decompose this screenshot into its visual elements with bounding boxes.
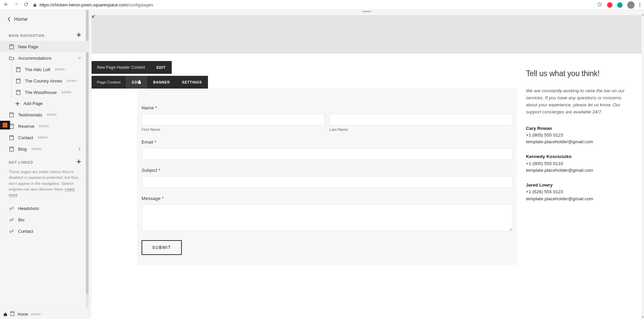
trial-widget[interactable] — [0, 121, 10, 129]
nav-item-headshots[interactable]: Headshots — [0, 203, 89, 214]
message-label: Message * — [142, 196, 513, 201]
page-icon — [9, 135, 14, 140]
subject-input[interactable] — [142, 176, 513, 188]
contact-block-1: Cary Rowan +1 (805) 555 0123 template.pl… — [526, 125, 628, 146]
nav-item-testimonials[interactable]: Testimonials DEMO — [0, 109, 89, 120]
bookmark-icon[interactable] — [597, 2, 602, 8]
link-icon — [9, 206, 14, 211]
section-not-linked: NOT LINKED — [0, 155, 89, 168]
contact-block-2: Kennedy Kosciuszko +1 (805) 555 0110 tem… — [526, 153, 628, 174]
plus-icon — [15, 102, 19, 106]
email-input[interactable] — [142, 148, 513, 160]
message-textarea[interactable] — [142, 204, 513, 231]
nav-item-country-annex[interactable]: The Country Annex DEMO — [0, 75, 89, 87]
svg-rect-4 — [9, 112, 13, 117]
contact-info-column: Tell us what you think! We are constantl… — [517, 67, 641, 265]
home-icon — [3, 312, 7, 316]
page-icon — [15, 78, 21, 84]
sidebar: Home MAIN NAVIGATION New Page Accommodat… — [0, 10, 89, 319]
svg-rect-2 — [16, 78, 20, 83]
page-icon — [9, 112, 14, 117]
page-icon — [9, 146, 14, 152]
nav-item-contact[interactable]: Contact DEMO — [0, 132, 89, 143]
extension-icon-2[interactable] — [617, 2, 623, 8]
lock-icon — [33, 3, 37, 7]
not-linked-description: These pages are public unless they're di… — [0, 168, 89, 203]
nav-item-reserve[interactable]: Reserve DEMO — [0, 120, 89, 132]
menu-icon[interactable] — [639, 3, 641, 7]
url-path: /config/pages — [127, 2, 153, 7]
nav-item-attic-loft[interactable]: The Attic Loft DEMO — [0, 64, 89, 75]
link-icon — [9, 228, 14, 234]
scroll-up-arrow[interactable]: ▴ — [642, 13, 644, 16]
expand-arrow-icon[interactable] — [92, 13, 97, 19]
section-label: NOT LINKED — [9, 160, 33, 164]
page-icon — [10, 311, 15, 317]
expand-handle[interactable] — [362, 10, 372, 13]
back-icon[interactable] — [3, 2, 9, 8]
tab-settings[interactable]: SETTINGS — [176, 76, 208, 89]
last-name-sublabel: Last Name — [329, 127, 513, 131]
nav-item-blog[interactable]: Blog DEMO — [0, 143, 89, 155]
nav-item-contact-notlinked[interactable]: Contact — [0, 225, 89, 237]
contact-block-3: Jared Lowry +1 (626) 555 0123 template.p… — [526, 182, 628, 202]
home-back-button[interactable]: Home — [0, 10, 89, 28]
svg-rect-3 — [16, 90, 20, 94]
home-label: Home — [14, 16, 28, 22]
section-main-navigation: MAIN NAVIGATION — [0, 28, 89, 41]
add-notlinked-button[interactable] — [76, 159, 81, 165]
reload-icon[interactable] — [23, 2, 29, 8]
first-name-input[interactable] — [142, 114, 325, 125]
header-edit-button[interactable]: EDIT — [150, 65, 171, 69]
svg-rect-6 — [9, 135, 13, 140]
profile-avatar[interactable] — [627, 1, 635, 9]
chevron-left-icon — [7, 17, 11, 21]
section-label: MAIN NAVIGATION — [9, 34, 45, 38]
url-host: chicken-heron-pxwn.squarespace.com — [53, 2, 127, 7]
nav-item-accommodations[interactable]: Accommodations — [0, 52, 89, 64]
side-title: Tell us what you think! — [526, 69, 628, 78]
canvas-area: ▴ ▾ New Page Header Content EDIT Page Co… — [89, 10, 644, 319]
email-label: Email * — [142, 140, 513, 145]
hero-banner[interactable] — [92, 15, 641, 54]
nav-item-woodhouse[interactable]: The Woodhouse DEMO — [0, 87, 89, 98]
page-content-toolbar: Page Content EDIT BANNER SETTINGS — [92, 76, 208, 89]
address-bar[interactable]: https://chicken-heron-pxwn.squarespace.c… — [33, 2, 593, 7]
browser-toolbar: https://chicken-heron-pxwn.squarespace.c… — [0, 0, 644, 10]
svg-rect-1 — [16, 67, 20, 71]
header-toolbar-label: New Page Header Content — [92, 65, 150, 70]
first-name-sublabel: First Name — [142, 127, 325, 131]
folder-icon — [9, 55, 14, 61]
header-content-toolbar: New Page Header Content EDIT — [92, 61, 172, 74]
svg-rect-7 — [9, 147, 13, 151]
nav-item-new-page[interactable]: New Page — [0, 41, 89, 52]
svg-rect-5 — [9, 124, 13, 128]
extension-icon-1[interactable] — [607, 2, 612, 8]
forward-icon — [13, 2, 19, 8]
nav-item-bio[interactable]: Bio — [0, 214, 89, 225]
contact-form: Name * First Name Last Name — [137, 89, 517, 265]
content-toolbar-label: Page Content — [92, 80, 126, 84]
cursor-pointer-icon — [137, 79, 143, 86]
page-icon — [9, 44, 14, 49]
submit-button[interactable]: SUBMIT — [142, 240, 182, 255]
svg-rect-8 — [11, 312, 14, 316]
side-blurb: We are constantly working to raise the b… — [526, 88, 628, 116]
page-icon — [15, 67, 21, 72]
link-icon — [9, 217, 14, 222]
subject-label: Subject * — [142, 168, 513, 173]
tab-banner[interactable]: BANNER — [147, 76, 176, 89]
svg-rect-0 — [9, 44, 13, 49]
bottom-home-row[interactable]: Home DEMO — [0, 308, 89, 319]
chevron-right-icon — [78, 147, 81, 152]
nav-item-add-page[interactable]: Add Page — [0, 98, 89, 109]
scroll-down-arrow[interactable]: ▾ — [642, 315, 644, 319]
add-page-button[interactable] — [76, 33, 81, 38]
name-label: Name * — [142, 105, 513, 110]
last-name-input[interactable] — [329, 114, 513, 125]
page-icon — [15, 90, 21, 95]
chevron-down-icon — [78, 56, 81, 61]
